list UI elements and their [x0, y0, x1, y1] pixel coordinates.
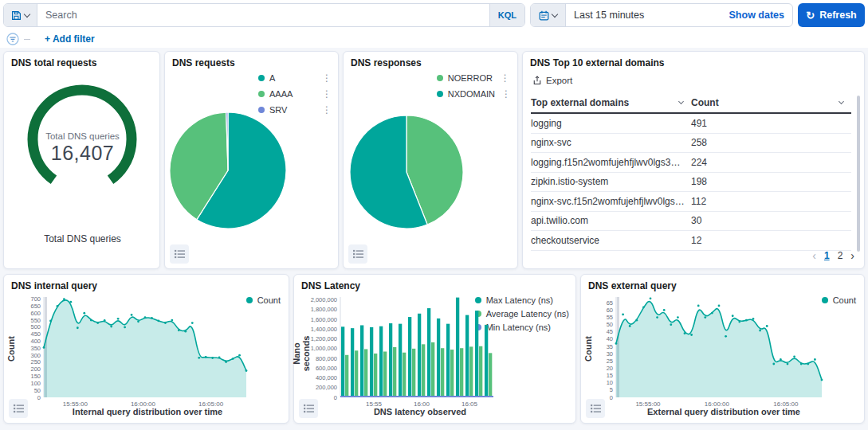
panel-title: DNS requests	[172, 57, 235, 68]
cell-count: 112	[691, 196, 851, 207]
internal-query-area-chart[interactable]: 0501001502002503003504004505005506006507…	[15, 292, 251, 410]
cell-domain: logging.f15n2womfujehfjlwv0lgs3nog....	[531, 157, 691, 168]
svg-text:50: 50	[607, 321, 613, 328]
svg-text:200: 200	[30, 366, 41, 373]
table-row[interactable]: nginx-svc.f15n2womfujehfjlwv0lgs3no...11…	[531, 192, 851, 212]
export-icon	[532, 76, 542, 85]
gauge-center-label: Total DNS queries	[4, 131, 161, 141]
responses-pie-chart[interactable]	[348, 114, 465, 230]
legend-toggle-button[interactable]	[586, 399, 605, 418]
legend-item-aaaa[interactable]: AAAA ⋮	[258, 87, 333, 100]
svg-text:0: 0	[610, 394, 613, 401]
requests-pie-chart[interactable]	[168, 111, 288, 230]
svg-text:35: 35	[607, 343, 613, 350]
page-2-button[interactable]: 2	[838, 250, 843, 261]
svg-text:800,000: 800,000	[316, 355, 337, 362]
legend-list-icon	[304, 404, 314, 413]
x-axis-title: Internal query distribution over time	[44, 407, 251, 416]
legend-options-icon[interactable]: ⋮	[320, 106, 333, 114]
panel-dns-total-requests: DNS total requests Total DNS queries 16,…	[3, 51, 160, 269]
next-page-icon[interactable]: ›	[850, 249, 854, 262]
svg-text:200,000: 200,000	[316, 384, 337, 391]
svg-text:50: 50	[34, 387, 41, 394]
legend-label: Min Latency (ns)	[486, 322, 551, 332]
panel-title: DNS internal query	[11, 280, 97, 291]
svg-text:550: 550	[30, 317, 41, 324]
dashboard-app: KQL Last 15 minutes Show dates ↻ Refresh	[0, 0, 868, 430]
table-row[interactable]: api.twilio.com30	[531, 212, 851, 232]
table-row[interactable]: checkoutservice12	[531, 231, 851, 251]
legend-item-count[interactable]: Count	[822, 294, 856, 306]
cell-domain: zipkin.istio-system	[531, 176, 691, 187]
saved-query-menu-button[interactable]	[4, 4, 37, 26]
legend-list-icon	[591, 404, 601, 413]
refresh-button[interactable]: ↻ Refresh	[798, 3, 865, 27]
column-label: Top external domains	[531, 97, 629, 108]
add-filter-button[interactable]: + Add filter	[45, 33, 95, 45]
internal-query-legend: Count	[246, 294, 281, 306]
cell-count: 12	[691, 235, 851, 246]
external-query-area-chart[interactable]: 0510152025303540455055606515:55:0016:00:…	[592, 292, 827, 410]
legend-item-a[interactable]: A ⋮	[258, 71, 333, 84]
filter-icon[interactable]	[6, 33, 19, 45]
legend-options-icon[interactable]: ⋮	[499, 74, 512, 82]
legend-toggle-button[interactable]	[299, 399, 318, 418]
legend-options-icon[interactable]: ⋮	[500, 90, 513, 98]
column-header-domains[interactable]: Top external domains	[531, 97, 691, 108]
panel-title: DNS responses	[351, 57, 422, 68]
sort-chevron-icon[interactable]	[678, 99, 684, 104]
page-1-button[interactable]: 1	[824, 250, 830, 261]
svg-text:650: 650	[30, 303, 41, 310]
legend-toggle-button[interactable]	[348, 244, 367, 264]
time-range-value[interactable]: Last 15 minutes	[566, 4, 721, 26]
table-row[interactable]: nginx-svc258	[531, 134, 851, 154]
table-row[interactable]: logging491	[531, 114, 851, 134]
legend-options-icon[interactable]: ⋮	[320, 74, 333, 82]
legend-item-count[interactable]: Count	[246, 294, 281, 306]
svg-text:0: 0	[334, 394, 337, 401]
table-row[interactable]: zipkin.istio-system198	[531, 173, 851, 193]
svg-text:300: 300	[30, 352, 41, 359]
search-input[interactable]	[37, 4, 489, 26]
previous-page-icon[interactable]: ‹	[812, 249, 816, 262]
gauge-bottom-label: Total DNS queries	[4, 233, 161, 244]
show-dates-button[interactable]: Show dates	[721, 4, 792, 26]
export-button[interactable]: Export	[532, 76, 572, 85]
legend-list-icon	[14, 404, 24, 413]
kql-language-button[interactable]: KQL	[489, 4, 524, 26]
filter-bar: + Add filter	[6, 32, 95, 46]
svg-text:700: 700	[30, 295, 41, 303]
legend-label: Average Latency (ns)	[486, 309, 569, 319]
cell-domain: api.twilio.com	[531, 215, 691, 226]
date-quick-menu-button[interactable]	[531, 4, 566, 26]
cell-count: 258	[691, 137, 851, 148]
cell-count: 224	[691, 157, 851, 168]
cell-count: 491	[691, 118, 851, 129]
legend-dot	[258, 91, 265, 97]
svg-text:500: 500	[30, 323, 41, 330]
svg-text:30: 30	[607, 350, 613, 358]
svg-text:100: 100	[30, 380, 41, 387]
svg-text:20: 20	[607, 365, 613, 372]
svg-text:150: 150	[30, 373, 41, 380]
svg-text:0: 0	[37, 394, 41, 401]
panel-dns-latency: DNS Latency Max Latency (ns) Average Lat…	[293, 274, 576, 424]
table-row[interactable]: logging.f15n2womfujehfjlwv0lgs3nog....22…	[531, 153, 851, 173]
svg-text:1,800,000: 1,800,000	[311, 306, 337, 313]
legend-options-icon[interactable]: ⋮	[320, 90, 333, 98]
filter-separator	[24, 39, 30, 40]
table-scrollbar[interactable]	[857, 96, 860, 252]
legend-toggle-button[interactable]	[9, 399, 28, 418]
panel-title: DNS Top 10 external domains	[530, 57, 665, 68]
legend-item-nxdomain[interactable]: NXDOMAIN ⋮	[437, 87, 513, 100]
svg-text:40: 40	[607, 335, 613, 342]
panel-dns-internal-query: DNS internal query Count Count 050100150…	[3, 274, 289, 424]
legend-label: A	[269, 73, 316, 83]
legend-toggle-button[interactable]	[170, 244, 189, 264]
sort-chevron-icon[interactable]	[839, 99, 844, 104]
legend-dot	[258, 75, 265, 81]
column-header-count[interactable]: Count	[691, 97, 851, 108]
legend-item-noerror[interactable]: NOERROR ⋮	[437, 71, 513, 84]
latency-bar-chart[interactable]: 0200,000400,000600,000800,0001,000,0001,…	[304, 292, 495, 410]
legend-label: Count	[833, 295, 856, 305]
